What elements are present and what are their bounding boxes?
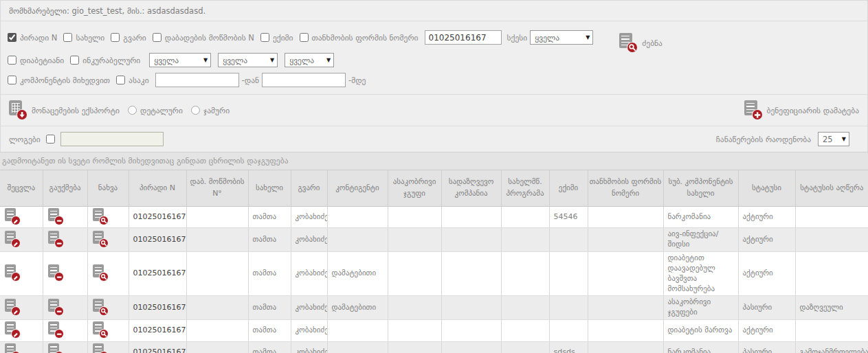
filter-field-checkbox-0[interactable]: პირადი N [8, 33, 57, 43]
edit-pencil-icon[interactable] [5, 208, 19, 223]
filter-mode-checkbox-label-0: კომპონენტის მიხედვით [20, 76, 110, 85]
filter-field-checkbox-input-2[interactable] [111, 33, 120, 42]
filter-mode-checkbox-1[interactable]: ასაკი [116, 76, 149, 85]
table-cell [186, 296, 248, 320]
filter-select-0[interactable]: ყველა▼ [149, 53, 211, 67]
logs-checkbox-input[interactable] [46, 135, 55, 144]
table-cell [501, 228, 549, 252]
column-header-11[interactable]: ექიმი [549, 170, 588, 206]
view-action-cell [87, 341, 129, 353]
records-count-select[interactable]: 25 ▼ [818, 132, 849, 146]
filter-select-2[interactable]: ყველა▼ [285, 53, 334, 67]
edit-action-cell [0, 341, 43, 353]
records-count-value: 25 [823, 135, 833, 144]
filter-select-1[interactable]: ყველა▼ [218, 53, 278, 67]
group-by-hint-bar[interactable]: გადმოიტანეთ ის სვეტი რომლის მიხედვითაც გ… [0, 152, 868, 170]
column-header-6[interactable]: გვარი [291, 170, 327, 206]
filter-row-2: დიაბეტიანიინკურაბელური ყველა▼ყველა▼ყველა… [8, 53, 860, 67]
filter-mode-checkbox-0[interactable]: კომპონენტის მიხედვით [8, 76, 110, 85]
edit-pencil-icon[interactable] [5, 299, 19, 314]
gender-select-value: ყველა [535, 33, 559, 43]
gender-select[interactable]: ყველა ▼ [530, 30, 593, 45]
age-to-input[interactable] [262, 73, 346, 87]
excel-export-icon[interactable] [9, 100, 26, 118]
export-data-button[interactable]: მონაცემების ექსპორტი [9, 100, 120, 120]
table-cell [588, 296, 663, 320]
view-magnifier-icon[interactable] [93, 264, 107, 280]
column-header-3[interactable]: პირადი N [129, 170, 186, 206]
table-cell [441, 252, 501, 296]
column-header-9[interactable]: სადაზღვევო კომპანია [441, 170, 501, 206]
logs-checkbox[interactable] [46, 135, 55, 144]
view-action-cell [87, 320, 129, 342]
document-search-icon[interactable] [619, 33, 636, 51]
filter-field-checkbox-label-5: თანხმობის ფორმის ნომერი [312, 33, 419, 43]
cancel-minus-icon[interactable] [48, 231, 63, 246]
table-cell [588, 206, 663, 228]
search-filters: პირადი Nსახელიგვარიდაბადების მოწმობის Nე… [1, 21, 867, 94]
edit-pencil-icon[interactable] [5, 231, 19, 246]
column-header-1[interactable]: გაუქმება [43, 170, 87, 206]
view-magnifier-icon[interactable] [93, 231, 107, 246]
records-count-group: ჩანაწერების რაოდენობა 25 ▼ [716, 132, 849, 146]
consent-form-number-input[interactable] [425, 30, 502, 45]
cancel-minus-icon[interactable] [48, 321, 63, 337]
filter-condition-checkbox-1[interactable]: ინკურაბელური [70, 56, 140, 65]
column-header-13[interactable]: სუბ. კომპონენტის სახელი [663, 170, 738, 206]
cancel-minus-icon[interactable] [48, 343, 63, 353]
view-magnifier-icon[interactable] [93, 299, 107, 314]
table-cell: თამთა [248, 296, 291, 320]
filter-condition-checkbox-input-1[interactable] [70, 56, 79, 65]
filter-field-checkbox-3[interactable]: დაბადების მოწმობის N [153, 33, 254, 43]
edit-pencil-icon[interactable] [5, 264, 19, 280]
column-header-14[interactable]: სტატუსი [738, 170, 795, 206]
filter-field-checkbox-input-3[interactable] [153, 33, 162, 42]
edit-pencil-icon[interactable] [5, 343, 19, 353]
column-header-2[interactable]: ნახვა [87, 170, 129, 206]
view-action-cell [87, 206, 129, 228]
column-header-0[interactable]: შეცვლა [0, 170, 43, 206]
column-header-10[interactable]: სახელმწ. პროგრამა [501, 170, 549, 206]
cancel-minus-icon[interactable] [48, 264, 63, 280]
add-beneficiary-button[interactable]: ბენეფიციარის დამატება [744, 100, 859, 120]
filter-mode-checkbox-label-1: ასაკი [129, 76, 149, 85]
column-header-15[interactable]: სტატუსის აღწერა [795, 170, 868, 206]
filter-condition-checkbox-input-0[interactable] [8, 56, 16, 65]
search-button[interactable]: ძებნა [619, 33, 663, 53]
table-cell: თამთა [248, 206, 291, 228]
filter-field-checkbox-4[interactable]: ექიმი [260, 33, 293, 43]
filter-field-checkbox-input-4[interactable] [260, 33, 269, 42]
column-header-12[interactable]: თანხმობის ფორმის ნომერი [588, 170, 663, 206]
table-header-row: შეცვლაგაუქმებანახვაპირადი Nდაბ. მოწმობის… [0, 170, 868, 206]
column-header-7[interactable]: კონტიგენტი [327, 170, 388, 206]
age-from-input[interactable] [155, 73, 239, 87]
filter-field-checkbox-input-5[interactable] [300, 33, 309, 42]
filter-field-checkbox-5[interactable]: თანხმობის ფორმის ნომერი [300, 33, 419, 43]
table-row: 01025016167თამთაკობახიძედამატებითიდიაბეტ… [0, 252, 868, 296]
filter-field-checkbox-input-1[interactable] [63, 33, 72, 42]
column-header-4[interactable]: დაბ. მოწმობის N° [186, 170, 248, 206]
logs-input[interactable] [60, 132, 164, 146]
filter-mode-checkbox-input-0[interactable] [8, 76, 16, 84]
edit-pencil-icon[interactable] [5, 321, 19, 337]
cancel-minus-icon[interactable] [48, 299, 63, 314]
column-header-8[interactable]: ასაკობრივი ჯგუფი [388, 170, 441, 206]
filter-field-checkbox-1[interactable]: სახელი [63, 33, 104, 43]
filter-mode-checkbox-input-1[interactable] [116, 76, 125, 84]
table-cell [588, 341, 663, 353]
filter-field-checkbox-2[interactable]: გვარი [111, 33, 146, 43]
filter-field-checkbox-input-0[interactable] [8, 33, 16, 42]
cancel-minus-icon[interactable] [48, 208, 63, 223]
radio-summary[interactable]: ჯამური [191, 106, 230, 115]
filter-condition-checkbox-0[interactable]: დიაბეტიანი [8, 56, 64, 65]
view-magnifier-icon[interactable] [93, 343, 107, 353]
gender-label: სქესი [507, 33, 528, 43]
table-cell [501, 320, 549, 342]
view-magnifier-icon[interactable] [93, 321, 107, 337]
view-magnifier-icon[interactable] [93, 208, 107, 223]
column-header-5[interactable]: სახელი [248, 170, 291, 206]
table-cell: კობახიძე [291, 320, 327, 342]
radio-detailed[interactable]: დეტალური [128, 106, 183, 115]
document-add-icon[interactable] [744, 100, 761, 118]
table-cell [186, 206, 248, 228]
